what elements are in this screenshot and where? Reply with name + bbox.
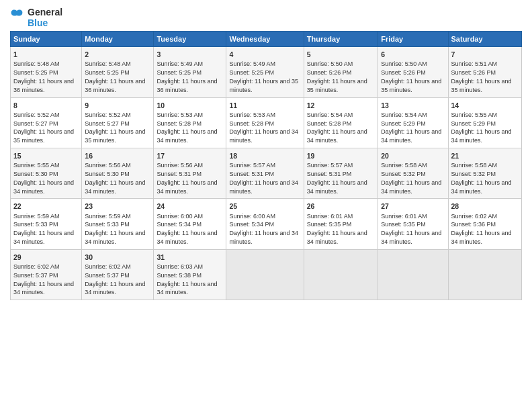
cell-info: Sunrise: 5:52 AMSunset: 5:27 PMDaylight:… — [85, 111, 145, 144]
day-number: 24 — [157, 201, 223, 211]
calendar-cell: 14Sunrise: 5:55 AMSunset: 5:29 PMDayligh… — [448, 97, 521, 148]
calendar-cell: 29Sunrise: 6:02 AMSunset: 5:37 PMDayligh… — [11, 249, 82, 300]
cell-info: Sunrise: 6:00 AMSunset: 5:34 PMDaylight:… — [157, 213, 217, 245]
logo-bird-icon — [10, 7, 24, 28]
logo-text-general: General — [28, 7, 62, 17]
day-number: 20 — [381, 151, 445, 161]
calendar-cell — [304, 249, 378, 300]
cell-info: Sunrise: 5:51 AMSunset: 5:26 PMDaylight:… — [451, 60, 512, 93]
cell-info: Sunrise: 5:56 AMSunset: 5:30 PMDaylight:… — [85, 162, 145, 194]
cell-info: Sunrise: 5:59 AMSunset: 5:33 PMDaylight:… — [85, 213, 145, 245]
logo: General Blue — [10, 7, 62, 28]
cell-info: Sunrise: 5:53 AMSunset: 5:28 PMDaylight:… — [157, 111, 217, 144]
day-number: 27 — [381, 201, 445, 211]
day-number: 3 — [157, 50, 223, 59]
calendar-cell: 28Sunrise: 6:02 AMSunset: 5:36 PMDayligh… — [448, 199, 521, 249]
logo-text-blue: Blue — [28, 17, 62, 28]
header: General Blue — [10, 7, 522, 28]
day-number: 30 — [85, 253, 150, 262]
cell-info: Sunrise: 5:59 AMSunset: 5:33 PMDaylight:… — [13, 213, 74, 245]
page-container: General Blue SundayMondayTuesdayWednesda… — [0, 0, 532, 304]
header-friday: Friday — [378, 32, 448, 47]
calendar-header-row: SundayMondayTuesdayWednesdayThursdayFrid… — [11, 32, 522, 47]
cell-info: Sunrise: 5:58 AMSunset: 5:32 PMDaylight:… — [451, 162, 512, 194]
cell-info: Sunrise: 5:49 AMSunset: 5:25 PMDaylight:… — [229, 60, 298, 93]
calendar-cell: 7Sunrise: 5:51 AMSunset: 5:26 PMDaylight… — [448, 47, 521, 97]
calendar-cell: 31Sunrise: 6:03 AMSunset: 5:38 PMDayligh… — [154, 249, 226, 300]
calendar-cell: 15Sunrise: 5:55 AMSunset: 5:30 PMDayligh… — [11, 148, 82, 199]
cell-info: Sunrise: 5:54 AMSunset: 5:28 PMDaylight:… — [307, 111, 367, 144]
calendar-cell: 25Sunrise: 6:00 AMSunset: 5:34 PMDayligh… — [226, 199, 304, 249]
day-number: 6 — [381, 50, 445, 59]
cell-info: Sunrise: 5:55 AMSunset: 5:30 PMDaylight:… — [13, 162, 74, 194]
day-number: 1 — [13, 50, 79, 59]
calendar-cell — [226, 249, 304, 300]
day-number: 26 — [307, 201, 375, 211]
calendar-cell: 22Sunrise: 5:59 AMSunset: 5:33 PMDayligh… — [11, 199, 82, 249]
calendar-cell: 6Sunrise: 5:50 AMSunset: 5:26 PMDaylight… — [378, 47, 448, 97]
calendar-cell: 11Sunrise: 5:53 AMSunset: 5:28 PMDayligh… — [226, 97, 304, 148]
cell-info: Sunrise: 5:50 AMSunset: 5:26 PMDaylight:… — [381, 60, 441, 93]
cell-info: Sunrise: 6:02 AMSunset: 5:37 PMDaylight:… — [13, 263, 74, 295]
cell-info: Sunrise: 5:52 AMSunset: 5:27 PMDaylight:… — [13, 111, 74, 144]
day-number: 4 — [229, 50, 300, 59]
week-row-5: 29Sunrise: 6:02 AMSunset: 5:37 PMDayligh… — [11, 249, 522, 300]
cell-info: Sunrise: 6:02 AMSunset: 5:37 PMDaylight:… — [85, 263, 145, 295]
calendar-cell: 16Sunrise: 5:56 AMSunset: 5:30 PMDayligh… — [82, 148, 154, 199]
calendar-cell — [448, 249, 521, 300]
calendar-cell: 10Sunrise: 5:53 AMSunset: 5:28 PMDayligh… — [154, 97, 226, 148]
header-tuesday: Tuesday — [154, 32, 226, 47]
header-sunday: Sunday — [11, 32, 82, 47]
cell-info: Sunrise: 6:00 AMSunset: 5:34 PMDaylight:… — [229, 213, 298, 245]
calendar-cell: 17Sunrise: 5:56 AMSunset: 5:31 PMDayligh… — [154, 148, 226, 199]
day-number: 22 — [13, 201, 79, 211]
day-number: 9 — [85, 101, 150, 110]
day-number: 17 — [157, 151, 223, 161]
header-saturday: Saturday — [448, 32, 521, 47]
calendar-cell: 23Sunrise: 5:59 AMSunset: 5:33 PMDayligh… — [82, 199, 154, 249]
calendar-cell: 26Sunrise: 6:01 AMSunset: 5:35 PMDayligh… — [304, 199, 378, 249]
header-thursday: Thursday — [304, 32, 378, 47]
day-number: 15 — [13, 151, 79, 161]
day-number: 23 — [85, 201, 150, 211]
cell-info: Sunrise: 6:03 AMSunset: 5:38 PMDaylight:… — [157, 263, 217, 295]
week-row-3: 15Sunrise: 5:55 AMSunset: 5:30 PMDayligh… — [11, 148, 522, 199]
day-number: 18 — [229, 151, 300, 161]
day-number: 7 — [451, 50, 519, 59]
day-number: 8 — [13, 101, 79, 110]
calendar-cell: 18Sunrise: 5:57 AMSunset: 5:31 PMDayligh… — [226, 148, 304, 199]
day-number: 14 — [451, 101, 519, 110]
calendar-cell: 2Sunrise: 5:48 AMSunset: 5:25 PMDaylight… — [82, 47, 154, 97]
cell-info: Sunrise: 6:02 AMSunset: 5:36 PMDaylight:… — [451, 213, 512, 245]
day-number: 5 — [307, 50, 375, 59]
calendar-cell: 1Sunrise: 5:48 AMSunset: 5:25 PMDaylight… — [11, 47, 82, 97]
cell-info: Sunrise: 5:50 AMSunset: 5:26 PMDaylight:… — [307, 60, 367, 93]
week-row-4: 22Sunrise: 5:59 AMSunset: 5:33 PMDayligh… — [11, 199, 522, 249]
calendar-cell — [378, 249, 448, 300]
calendar-cell: 21Sunrise: 5:58 AMSunset: 5:32 PMDayligh… — [448, 148, 521, 199]
cell-info: Sunrise: 5:48 AMSunset: 5:25 PMDaylight:… — [13, 60, 74, 93]
calendar-cell: 3Sunrise: 5:49 AMSunset: 5:25 PMDaylight… — [154, 47, 226, 97]
cell-info: Sunrise: 5:57 AMSunset: 5:31 PMDaylight:… — [229, 162, 298, 194]
calendar-cell: 13Sunrise: 5:54 AMSunset: 5:29 PMDayligh… — [378, 97, 448, 148]
day-number: 2 — [85, 50, 150, 59]
day-number: 13 — [381, 101, 445, 110]
calendar-cell: 4Sunrise: 5:49 AMSunset: 5:25 PMDaylight… — [226, 47, 304, 97]
day-number: 19 — [307, 151, 375, 161]
calendar-cell: 30Sunrise: 6:02 AMSunset: 5:37 PMDayligh… — [82, 249, 154, 300]
calendar-cell: 19Sunrise: 5:57 AMSunset: 5:31 PMDayligh… — [304, 148, 378, 199]
week-row-1: 1Sunrise: 5:48 AMSunset: 5:25 PMDaylight… — [11, 47, 522, 97]
cell-info: Sunrise: 5:48 AMSunset: 5:25 PMDaylight:… — [85, 60, 145, 93]
day-number: 16 — [85, 151, 150, 161]
cell-info: Sunrise: 6:01 AMSunset: 5:35 PMDaylight:… — [307, 213, 367, 245]
cell-info: Sunrise: 5:53 AMSunset: 5:28 PMDaylight:… — [229, 111, 298, 144]
day-number: 11 — [229, 101, 300, 110]
day-number: 12 — [307, 101, 375, 110]
header-wednesday: Wednesday — [226, 32, 304, 47]
week-row-2: 8Sunrise: 5:52 AMSunset: 5:27 PMDaylight… — [11, 97, 522, 148]
calendar-cell: 9Sunrise: 5:52 AMSunset: 5:27 PMDaylight… — [82, 97, 154, 148]
calendar-cell: 5Sunrise: 5:50 AMSunset: 5:26 PMDaylight… — [304, 47, 378, 97]
cell-info: Sunrise: 5:49 AMSunset: 5:25 PMDaylight:… — [157, 60, 217, 93]
day-number: 28 — [451, 201, 519, 211]
header-monday: Monday — [82, 32, 154, 47]
